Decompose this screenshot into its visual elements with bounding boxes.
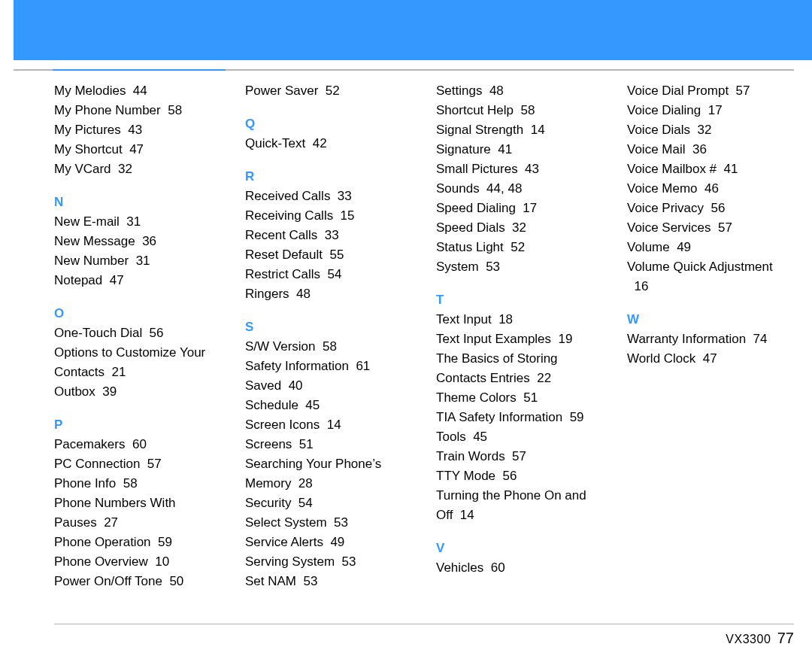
index-entry-pages: 47 [102,273,123,287]
index-entry-label: Outbox [54,384,95,399]
index-entry-pages: 53 [335,554,356,569]
index-entry-label: Power On/Off Tone [54,574,162,588]
index-entry-pages: 41 [717,162,738,176]
index-entry-label: System [436,260,479,274]
index-entry: System 53 [436,257,603,277]
index-letter: S [245,317,412,337]
index-entry-pages: 53 [479,260,500,274]
index-entry-label: Voice Dialing [627,103,701,117]
index-entry: S/W Version 58 [245,337,412,357]
index-entry: Voice Mailbox # 41 [627,159,794,179]
index-entry: Status Light 52 [436,238,603,257]
index-entry-pages: 45 [466,430,487,444]
index-entry: Pacemakers 60 [54,435,221,454]
index-entry-pages: 74 [746,332,767,346]
index-entry-pages: 28 [291,476,312,490]
index-entry-label: Voice Dial Prompt [627,84,729,98]
index-entry-pages: 48 [289,287,311,301]
index-entry-pages: 56 [495,469,517,483]
index-content: My Melodies 44My Phone Number 58My Pictu… [54,81,794,596]
index-entry-pages: 53 [327,515,348,530]
index-entry: Set NAM 53 [245,572,412,591]
index-entry-pages: 45 [298,398,320,412]
index-entry: Outbox 39 [54,382,221,402]
index-entry-label: Saved [245,378,281,393]
index-entry-label: Reset Default [245,248,323,262]
index-entry-label: Signal Strength [436,123,523,137]
footer-page-number: 77 [777,630,794,646]
index-entry-pages: 39 [95,384,117,399]
index-entry: Options to Customize Your Contacts 21 [54,343,221,382]
index-entry-pages: 44 [126,84,147,98]
index-entry-pages: 17 [516,201,537,215]
index-entry-pages: 32 [505,220,526,235]
index-entry-pages: 43 [518,162,539,176]
index-entry: Signature 41 [436,140,603,159]
index-entry: Receiving Calls 15 [245,206,412,226]
index-entry-pages: 41 [491,142,512,156]
index-entry: Text Input Examples 19 [436,330,603,349]
index-entry: Train Words 57 [436,447,603,466]
index-entry-pages: 33 [317,228,338,242]
index-entry-label: Shortcut Help [436,103,514,117]
index-entry-label: Ringers [245,287,289,301]
index-entry-pages: 60 [483,560,504,575]
index-entry-label: Received Calls [245,189,330,203]
index-entry-label: New Message [54,234,135,248]
index-entry: Theme Colors 51 [436,388,603,408]
index-letter: W [627,310,794,330]
index-entry: Select System 53 [245,513,412,533]
index-entry: Schedule 45 [245,396,412,415]
index-entry-label: Small Pictures [436,162,518,176]
index-entry-pages: 17 [701,103,722,117]
index-entry-pages: 57 [140,457,161,471]
index-entry: Power On/Off Tone 50 [54,572,221,591]
index-entry-pages: 32 [690,123,711,137]
index-entry-label: Signature [436,142,491,156]
index-entry-label: TTY Mode [436,469,495,483]
footer-rule [54,624,794,624]
index-entry-label: TIA Safety Information [436,410,562,424]
index-letter: Q [245,114,412,134]
index-entry-pages: 57 [711,220,732,235]
index-entry-label: My Pictures [54,123,121,137]
index-entry-label: My VCard [54,162,111,176]
index-entry: Small Pictures 43 [436,159,603,179]
index-entry-label: Set NAM [245,574,296,588]
index-entry-label: Searching Your Phone’s Memory [245,457,381,490]
index-entry: Voice Mail 36 [627,140,794,159]
index-entry-label: Voice Dials [627,123,690,137]
index-entry: Voice Memo 46 [627,179,794,199]
index-entry-pages: 32 [111,162,132,176]
index-entry-pages: 42 [305,136,326,150]
index-entry-pages: 52 [504,240,525,254]
header-band [14,0,812,60]
index-entry-label: Restrict Calls [245,267,320,281]
index-entry-label: Vehicles [436,560,483,575]
index-entry-pages: 22 [530,371,551,385]
index-entry-label: Theme Colors [436,390,517,405]
index-entry: My Melodies 44 [54,81,221,101]
index-entry-pages: 50 [162,574,183,588]
index-entry: Voice Privacy 56 [627,199,794,218]
index-entry-label: Tools [436,430,466,444]
index-entry-pages: 52 [318,84,339,98]
header-rule-blue [53,69,226,71]
index-entry: Received Calls 33 [245,187,412,206]
index-entry-label: Receiving Calls [245,208,333,223]
index-entry: Voice Dialing 17 [627,101,794,120]
index-entry-pages: 18 [492,312,513,326]
index-entry-pages: 61 [349,359,370,373]
index-entry-label: Safety Information [245,359,349,373]
index-entry-pages: 46 [698,181,719,196]
index-entry: Signal Strength 14 [436,120,603,140]
index-entry-label: Screens [245,437,292,451]
index-entry-label: Warranty Information [627,332,746,346]
index-entry: My Phone Number 58 [54,101,221,120]
index-entry: Phone Operation 59 [54,533,221,552]
index-entry-pages: 58 [514,103,535,117]
index-entry: World Clock 47 [627,349,794,369]
index-entry-label: Options to Customize Your Contacts [54,345,205,379]
index-entry-pages: 14 [320,418,341,432]
index-letter: V [436,539,603,558]
